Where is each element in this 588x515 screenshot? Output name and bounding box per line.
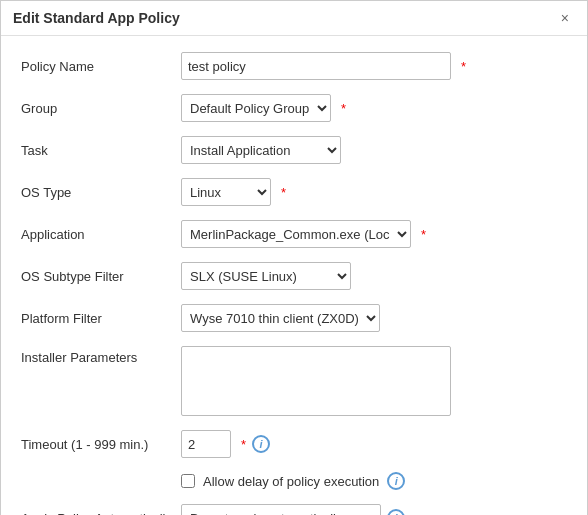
timeout-row: Timeout (1 - 999 min.) * i xyxy=(21,430,567,458)
dialog-body: Policy Name * Group Default Policy Group… xyxy=(1,36,587,515)
apply-policy-row: Apply Policy Automatically Do not apply … xyxy=(21,504,567,515)
group-row: Group Default Policy Group * xyxy=(21,94,567,122)
task-row: Task Install Application xyxy=(21,136,567,164)
apply-policy-label: Apply Policy Automatically xyxy=(21,511,181,516)
timeout-control: * i xyxy=(181,430,567,458)
group-label: Group xyxy=(21,101,181,116)
application-select[interactable]: MerlinPackage_Common.exe (Loc xyxy=(181,220,411,248)
task-control: Install Application xyxy=(181,136,567,164)
policy-name-control: * xyxy=(181,52,567,80)
apply-policy-info-icon[interactable]: i xyxy=(387,509,405,515)
dialog-header: Edit Standard App Policy × xyxy=(1,1,587,36)
os-subtype-control: SLX (SUSE Linux) xyxy=(181,262,567,290)
edit-policy-dialog: Edit Standard App Policy × Policy Name *… xyxy=(0,0,588,515)
apply-policy-control: Do not apply automatically i xyxy=(181,504,567,515)
platform-filter-label: Platform Filter xyxy=(21,311,181,326)
policy-name-row: Policy Name * xyxy=(21,52,567,80)
task-select[interactable]: Install Application xyxy=(181,136,341,164)
task-label: Task xyxy=(21,143,181,158)
os-subtype-select[interactable]: SLX (SUSE Linux) xyxy=(181,262,351,290)
allow-delay-checkbox[interactable] xyxy=(181,474,195,488)
os-subtype-row: OS Subtype Filter SLX (SUSE Linux) xyxy=(21,262,567,290)
timeout-info-icon[interactable]: i xyxy=(252,435,270,453)
apply-policy-select[interactable]: Do not apply automatically xyxy=(181,504,381,515)
allow-delay-row: Allow delay of policy execution i xyxy=(21,472,567,490)
os-subtype-label: OS Subtype Filter xyxy=(21,269,181,284)
timeout-input[interactable] xyxy=(181,430,231,458)
group-select[interactable]: Default Policy Group xyxy=(181,94,331,122)
installer-params-textarea[interactable] xyxy=(181,346,451,416)
timeout-label: Timeout (1 - 999 min.) xyxy=(21,437,181,452)
dialog-title: Edit Standard App Policy xyxy=(13,10,180,26)
os-type-label: OS Type xyxy=(21,185,181,200)
application-control: MerlinPackage_Common.exe (Loc * xyxy=(181,220,567,248)
os-type-required: * xyxy=(281,185,286,200)
timeout-required: * xyxy=(241,437,246,452)
allow-delay-label: Allow delay of policy execution xyxy=(203,474,379,489)
os-type-row: OS Type Linux * xyxy=(21,178,567,206)
application-label: Application xyxy=(21,227,181,242)
installer-params-control xyxy=(181,346,567,416)
platform-filter-select[interactable]: Wyse 7010 thin client (ZX0D) xyxy=(181,304,380,332)
installer-params-label: Installer Parameters xyxy=(21,346,181,365)
policy-name-input[interactable] xyxy=(181,52,451,80)
os-type-select[interactable]: Linux xyxy=(181,178,271,206)
installer-params-row: Installer Parameters xyxy=(21,346,567,416)
platform-filter-row: Platform Filter Wyse 7010 thin client (Z… xyxy=(21,304,567,332)
allow-delay-info-icon[interactable]: i xyxy=(387,472,405,490)
close-button[interactable]: × xyxy=(555,9,575,27)
policy-name-label: Policy Name xyxy=(21,59,181,74)
policy-name-required: * xyxy=(461,59,466,74)
os-type-control: Linux * xyxy=(181,178,567,206)
group-required: * xyxy=(341,101,346,116)
platform-filter-control: Wyse 7010 thin client (ZX0D) xyxy=(181,304,567,332)
group-control: Default Policy Group * xyxy=(181,94,567,122)
application-required: * xyxy=(421,227,426,242)
application-row: Application MerlinPackage_Common.exe (Lo… xyxy=(21,220,567,248)
